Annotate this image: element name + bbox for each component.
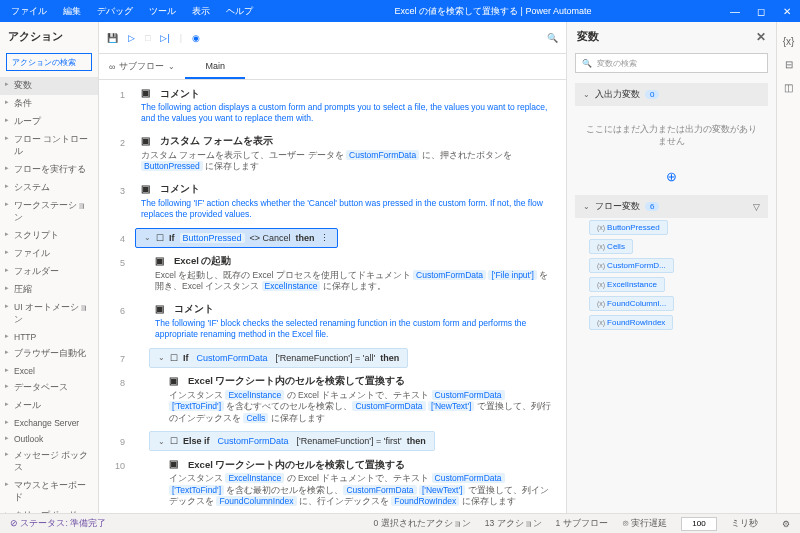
action-block[interactable]: ▣コメントThe following 'IF' block checks the… xyxy=(149,300,558,344)
tab-bar: ∞ サブフロー ⌄ Main xyxy=(99,54,566,80)
sidebar-header: アクション xyxy=(0,22,98,51)
sidebar-item[interactable]: データベース xyxy=(0,379,98,397)
window-controls: — ◻ ✕ xyxy=(726,6,796,17)
sidebar-item[interactable]: 圧縮 xyxy=(0,281,98,299)
menu-表示[interactable]: 表示 xyxy=(185,2,217,21)
sidebar-item[interactable]: Exchange Server xyxy=(0,415,98,431)
sidebar-item[interactable]: Excel xyxy=(0,363,98,379)
sidebar-item[interactable]: フロー コントロール xyxy=(0,131,98,161)
variables-panel: 変数✕ 🔍 変数の検索 ⌄入出力変数0 ここにはまだ入力または出力の変数がありま… xyxy=(566,22,776,533)
add-io-var-button[interactable]: ⊕ xyxy=(575,166,768,187)
sidebar-item[interactable]: フローを実行する xyxy=(0,161,98,179)
menu-編集[interactable]: 編集 xyxy=(56,2,88,21)
delay-input[interactable] xyxy=(681,517,717,531)
toolbar: 💾 ▷ □ ▷| | ◉ 🔍 xyxy=(99,22,566,54)
condition-block[interactable]: ⌄ ☐ Else if CustomFormData ['RenameFunct… xyxy=(149,431,435,451)
step-icon[interactable]: ▷| xyxy=(160,33,169,43)
sidebar-item[interactable]: ブラウザー自動化 xyxy=(0,345,98,363)
vars-header: 変数 xyxy=(577,29,599,44)
action-block[interactable]: ▣Excel の起動Excel を起動し、既存の Excel プロセスを使用して… xyxy=(149,252,558,296)
record-icon[interactable]: ◉ xyxy=(192,33,200,43)
action-search-input[interactable]: アクションの検索 xyxy=(6,53,92,71)
sidebar-item[interactable]: マウスとキーボード xyxy=(0,477,98,507)
close-button[interactable]: ✕ xyxy=(778,6,796,17)
io-vars-empty: ここにはまだ入力または出力の変数がありません xyxy=(575,106,768,166)
sidebar-item[interactable]: 条件 xyxy=(0,95,98,113)
variable-chip[interactable]: FoundColumnI... xyxy=(589,296,674,311)
sidebar-item[interactable]: ワークステーション xyxy=(0,197,98,227)
minimize-button[interactable]: — xyxy=(726,6,744,17)
status-selected: 0 選択されたアクション xyxy=(374,518,471,530)
menu-ファイル[interactable]: ファイル xyxy=(4,2,54,21)
vars-search-input[interactable]: 🔍 変数の検索 xyxy=(575,53,768,73)
sidebar-item[interactable]: Outlook xyxy=(0,431,98,447)
status-actions: 13 アクション xyxy=(485,518,542,530)
menu-ツール[interactable]: ツール xyxy=(142,2,183,21)
sidebar-item[interactable]: スクリプト xyxy=(0,227,98,245)
status-bar: ⊘ ステータス: 準備完了 0 選択されたアクション 13 アクション 1 サブ… xyxy=(0,513,800,533)
action-block[interactable]: ▣Excel ワークシート内のセルを検索して置換するインスタンス ExcelIn… xyxy=(163,455,558,510)
sidebar-item[interactable]: メッセージ ボックス xyxy=(0,447,98,477)
status-delay-label: ⊙ 実行遅延 xyxy=(622,518,667,530)
action-block[interactable]: ▣カスタム フォームを表示カスタム フォームを表示して、ユーザー データを Cu… xyxy=(135,132,558,176)
action-block[interactable]: ▣コメントThe following action displays a cus… xyxy=(135,84,558,128)
filter-icon[interactable]: ▽ xyxy=(753,202,760,212)
search-icon[interactable]: 🔍 xyxy=(547,33,558,43)
variable-chip[interactable]: ExcelInstance xyxy=(589,277,665,292)
action-block[interactable]: ▣Excel ワークシート内のセルを検索して置換するインスタンス ExcelIn… xyxy=(163,372,558,427)
sidebar-item[interactable]: メール xyxy=(0,397,98,415)
actions-sidebar: アクション アクションの検索 変数条件ループフロー コントロールフローを実行する… xyxy=(0,22,99,533)
status-ms: ミリ秒 xyxy=(731,518,758,530)
status-ready: ⊘ ステータス: 準備完了 xyxy=(10,518,106,530)
menu-デバッグ[interactable]: デバッグ xyxy=(90,2,140,21)
status-subflows: 1 サブフロー xyxy=(556,518,608,530)
variable-chip[interactable]: ButtonPressed xyxy=(589,220,668,235)
run-icon[interactable]: ▷ xyxy=(128,33,135,43)
menu-ヘルプ[interactable]: ヘルプ xyxy=(219,2,260,21)
ui-rail-icon[interactable]: ◫ xyxy=(777,76,800,99)
titlebar: ファイル編集デバッグツール表示ヘルプ Excel の値を検索して置換する | P… xyxy=(0,0,800,22)
flow-vars-header[interactable]: ⌄フロー変数6▽ xyxy=(575,195,768,218)
variable-chip[interactable]: CustomFormD... xyxy=(589,258,674,273)
variable-chip[interactable]: Cells xyxy=(589,239,633,254)
images-rail-icon[interactable]: ⊟ xyxy=(777,53,800,76)
sidebar-item[interactable]: UI オートメーション xyxy=(0,299,98,329)
condition-block[interactable]: ⌄ ☐ If CustomFormData ['RenameFunction']… xyxy=(149,348,408,368)
vars-rail-icon[interactable]: {x} xyxy=(777,30,800,53)
status-errors-icon[interactable]: ⚙ xyxy=(782,519,790,529)
menu-bar: ファイル編集デバッグツール表示ヘルプ xyxy=(4,2,260,21)
maximize-button[interactable]: ◻ xyxy=(752,6,770,17)
sidebar-item[interactable]: 変数 xyxy=(0,77,98,95)
tab-main[interactable]: Main xyxy=(185,55,245,79)
flow-editor: 💾 ▷ □ ▷| | ◉ 🔍 ∞ サブフロー ⌄ Main 1▣コメントThe … xyxy=(99,22,566,533)
sidebar-item[interactable]: フォルダー xyxy=(0,263,98,281)
sidebar-item[interactable]: ループ xyxy=(0,113,98,131)
window-title: Excel の値を検索して置換する | Power Automate xyxy=(260,5,726,18)
stop-icon[interactable]: □ xyxy=(145,33,150,43)
action-block[interactable]: ▣コメントThe following 'IF' action checks wh… xyxy=(135,180,558,224)
close-vars-icon[interactable]: ✕ xyxy=(756,30,766,44)
sidebar-item[interactable]: システム xyxy=(0,179,98,197)
sidebar-item[interactable]: ファイル xyxy=(0,245,98,263)
variable-chip[interactable]: FoundRowIndex xyxy=(589,315,673,330)
sidebar-item[interactable]: HTTP xyxy=(0,329,98,345)
io-vars-header[interactable]: ⌄入出力変数0 xyxy=(575,83,768,106)
save-icon[interactable]: 💾 xyxy=(107,33,118,43)
subflow-dropdown[interactable]: ∞ サブフロー ⌄ xyxy=(99,60,185,73)
condition-block[interactable]: ⌄ ☐ If ButtonPressed <> Cancel then ⋮ xyxy=(135,228,338,248)
right-rail: {x} ⊟ ◫ xyxy=(776,22,800,533)
